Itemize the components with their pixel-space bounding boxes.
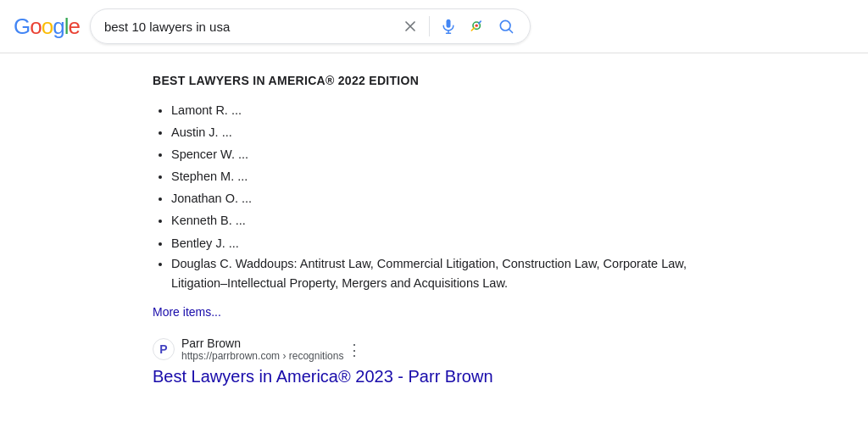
search-icon	[498, 18, 515, 35]
favicon-letter: P	[159, 342, 167, 356]
logo-letter-g: G	[14, 14, 30, 40]
search-result: P Parr Brown https://parrbrown.com › rec…	[153, 336, 715, 387]
list-item: Lamont R. ...	[171, 99, 715, 121]
search-bar	[90, 8, 531, 44]
list-item: Austin J. ...	[171, 121, 715, 143]
result-source-info: Parr Brown https://parrbrown.com › recog…	[181, 336, 343, 362]
list-item: Stephen M. ...	[171, 165, 715, 187]
google-logo: Google	[14, 14, 80, 40]
logo-letter-g2: g	[53, 14, 64, 40]
more-items-link[interactable]: More items...	[153, 305, 221, 319]
lens-button[interactable]	[467, 16, 487, 36]
close-icon	[402, 18, 419, 35]
svg-rect-0	[446, 19, 450, 28]
header: Google	[0, 0, 868, 53]
featured-snippet: BEST LAWYERS IN AMERICA® 2022 EDITION La…	[153, 74, 715, 320]
list-item: Bentley J. ...	[171, 232, 715, 254]
result-source: P Parr Brown https://parrbrown.com › rec…	[153, 336, 343, 362]
result-favicon: P	[153, 338, 175, 360]
result-site-name: Parr Brown	[181, 336, 343, 350]
search-input[interactable]	[104, 19, 392, 34]
result-title-link[interactable]: Best Lawyers in America® 2023 - Parr Bro…	[153, 365, 715, 387]
microphone-button[interactable]	[438, 16, 459, 36]
microphone-icon	[440, 18, 457, 35]
result-url: https://parrbrown.com › recognitions	[181, 350, 343, 362]
logo-letter-o1: o	[30, 14, 41, 40]
lens-icon	[469, 18, 486, 35]
divider	[429, 16, 430, 36]
kebab-menu-icon[interactable]: ⋮	[343, 339, 365, 361]
list-item-long: Douglas C. Waddoups: Antitrust Law, Comm…	[171, 254, 715, 293]
list-item: Jonathan O. ...	[171, 187, 715, 209]
list-item: Kenneth B. ...	[171, 209, 715, 231]
snippet-title: BEST LAWYERS IN AMERICA® 2022 EDITION	[153, 74, 715, 87]
result-source-row: P Parr Brown https://parrbrown.com › rec…	[153, 336, 715, 364]
main-content: BEST LAWYERS IN AMERICA® 2022 EDITION La…	[0, 53, 868, 408]
logo-letter-e: e	[68, 14, 79, 40]
lawyer-list: Lamont R. ... Austin J. ... Spencer W. .…	[153, 99, 715, 293]
svg-point-4	[475, 25, 477, 27]
clear-button[interactable]	[400, 16, 420, 36]
svg-line-6	[509, 30, 513, 33]
list-item: Spencer W. ...	[171, 143, 715, 165]
search-button[interactable]	[496, 16, 516, 36]
search-bar-icons	[400, 16, 516, 36]
logo-letter-o2: o	[42, 14, 53, 40]
